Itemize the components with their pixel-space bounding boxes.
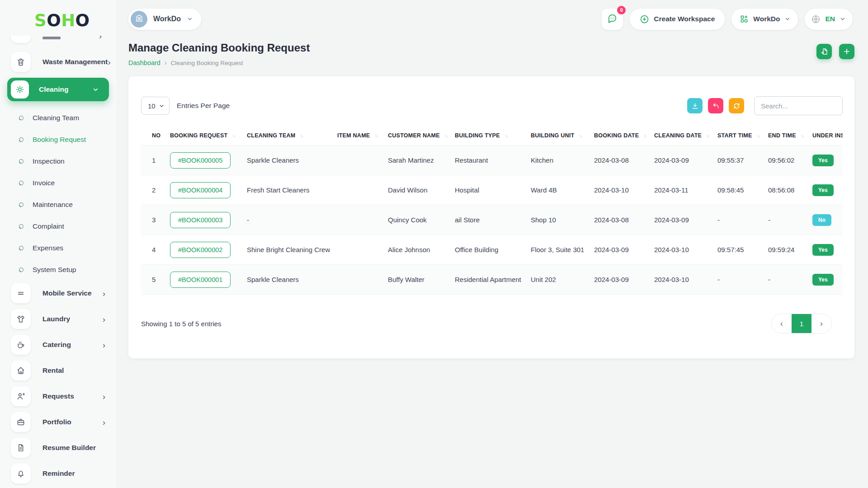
sidebar-item-mobile-service[interactable]: Mobile Service› <box>11 283 109 303</box>
workspace-switcher[interactable]: WorkDo <box>128 9 201 30</box>
sidebar-item-resume-builder[interactable]: Resume Builder <box>11 438 109 458</box>
cell-no: 2 <box>141 175 163 205</box>
cell-building-type: Office Building <box>448 235 524 265</box>
sidebar-item-label: Inspection <box>33 157 65 165</box>
sidebar-item-label: Complaint <box>33 222 64 230</box>
sort-icon: ↑↓ <box>232 133 235 138</box>
booking-request-link[interactable]: #BOOK000001 <box>170 272 231 288</box>
booking-request-link[interactable]: #BOOK000003 <box>170 212 231 228</box>
refresh-button[interactable] <box>729 98 744 113</box>
column-header-label: CLEANING TEAM <box>247 132 295 139</box>
messages-button[interactable]: 0 <box>602 9 623 30</box>
column-header-customer-name[interactable]: CUSTOMER NAME↑↓ <box>381 128 448 145</box>
workdo-menu-label: WorkDo <box>753 15 780 23</box>
sidebar-item-system-setup[interactable]: System Setup <box>0 259 116 281</box>
circle-dot-icon <box>18 115 24 121</box>
language-selector[interactable]: EN <box>805 9 853 30</box>
globe-icon <box>811 14 821 24</box>
logo-letter: S <box>34 11 47 30</box>
sidebar-item-waste-management[interactable]: Waste Management› <box>11 52 109 72</box>
cell-start-time: - <box>710 265 761 295</box>
table-row: 2#BOOK000004Fresh Start CleanersDavid Wi… <box>141 175 843 205</box>
sort-icon: ↑↓ <box>579 133 581 138</box>
sidebar-item-portfolio[interactable]: Portfolio› <box>11 412 109 432</box>
sidebar-item-booking-request[interactable]: Booking Request <box>0 129 116 150</box>
sidebar-item-inspection[interactable]: Inspection <box>0 150 116 172</box>
column-header-item-name[interactable]: ITEM NAME↑↓ <box>330 128 381 145</box>
sidebar-item-complaint[interactable]: Complaint <box>0 216 116 237</box>
column-header-label: BOOKING REQUEST <box>170 132 227 139</box>
file-export-icon <box>820 47 828 56</box>
card-footer: Showing 1 to 5 of 5 entries ‹ 1 › <box>141 314 843 333</box>
grid-plus-icon <box>740 14 749 23</box>
cell-booking-date: 2024-03-09 <box>587 265 647 295</box>
chevron-down-icon <box>187 16 193 22</box>
cell-building-type: Hospital <box>448 175 524 205</box>
booking-request-link[interactable]: #BOOK000005 <box>170 152 231 169</box>
column-header-end-time[interactable]: END TIME↑↓ <box>761 128 805 145</box>
create-workspace-button[interactable]: Create Workspace <box>630 9 725 30</box>
export-button[interactable] <box>816 44 832 59</box>
table-wrap: NOBOOKING REQUEST↑↓CLEANING TEAM↑↓ITEM N… <box>141 128 843 295</box>
reset-button[interactable] <box>708 98 723 113</box>
sidebar-item-cleaning[interactable]: Cleaning <box>7 78 109 101</box>
column-header-building-type[interactable]: BUILDING TYPE↑↓ <box>448 128 524 145</box>
cell-end-time: - <box>761 205 805 235</box>
booking-request-table: NOBOOKING REQUEST↑↓CLEANING TEAM↑↓ITEM N… <box>141 128 843 295</box>
table-row: 5#BOOK000001Sparkle CleanersBuffy Walter… <box>141 265 843 295</box>
cell-no: 1 <box>141 145 163 175</box>
next-page-button[interactable]: › <box>811 314 831 333</box>
column-header-start-time[interactable]: START TIME↑↓ <box>710 128 761 145</box>
column-header-label: BUILDING UNIT <box>531 132 574 139</box>
column-header-building-unit[interactable]: BUILDING UNIT↑↓ <box>524 128 587 145</box>
prev-page-button[interactable]: ‹ <box>772 314 792 333</box>
cell-booking-request: #BOOK000004 <box>163 175 240 205</box>
sort-icon: ↑↓ <box>300 133 302 138</box>
logo-letter: O <box>47 11 61 30</box>
column-header-under-inspection[interactable]: UNDER INSPECTION↑↓ <box>805 128 843 145</box>
entries-per-page-select[interactable]: 10 <box>141 97 170 115</box>
download-icon <box>691 102 699 110</box>
sidebar: SOHO › Waste Management›CleaningCleaning… <box>0 0 116 488</box>
chevron-right-icon: › <box>103 392 105 401</box>
home-icon <box>11 361 31 380</box>
workdo-menu-button[interactable]: WorkDo <box>731 9 798 30</box>
download-button[interactable] <box>687 98 703 113</box>
current-page[interactable]: 1 <box>792 314 811 333</box>
sidebar-item-label: Resume Builder <box>42 444 109 452</box>
sidebar-item-expenses[interactable]: Expenses <box>0 237 116 259</box>
sidebar-item-partial[interactable]: › <box>0 36 116 46</box>
sidebar-nav: › Waste Management›CleaningCleaning Team… <box>0 35 116 488</box>
bell-icon <box>11 464 31 483</box>
sidebar-item-label: Reminder <box>42 469 109 478</box>
cell-customer-name: Alice Johnson <box>381 235 448 265</box>
sort-icon: ↑↓ <box>643 133 646 138</box>
add-button[interactable] <box>839 44 854 59</box>
search-input[interactable] <box>754 96 843 115</box>
column-header-cleaning-team[interactable]: CLEANING TEAM↑↓ <box>240 128 330 145</box>
sidebar-item-rental[interactable]: Rental <box>11 361 109 380</box>
plus-circle-icon <box>640 14 649 24</box>
column-header-label: ITEM NAME <box>337 132 370 139</box>
chevron-right-icon: › <box>103 418 105 427</box>
sidebar-item-requests[interactable]: Requests› <box>11 386 109 406</box>
lines-icon <box>11 283 31 303</box>
column-header-label: START TIME <box>717 132 752 139</box>
sidebar-item-maintenance[interactable]: Maintenance <box>0 194 116 216</box>
booking-request-link[interactable]: #BOOK000002 <box>170 242 231 258</box>
sidebar-item-invoice[interactable]: Invoice <box>0 172 116 194</box>
booking-request-link[interactable]: #BOOK000004 <box>170 182 231 198</box>
breadcrumb-dashboard-link[interactable]: Dashboard <box>128 59 160 66</box>
sidebar-item-catering[interactable]: Catering› <box>11 335 109 355</box>
sidebar-item-laundry[interactable]: Laundry› <box>11 309 109 329</box>
column-header-booking-request[interactable]: BOOKING REQUEST↑↓ <box>163 128 240 145</box>
circle-dot-icon <box>18 180 24 186</box>
column-header-label: BUILDING TYPE <box>455 132 500 139</box>
column-header-label: CLEANING DATE <box>654 132 702 139</box>
sidebar-item-cleaning-team[interactable]: Cleaning Team <box>0 107 116 129</box>
column-header-booking-date[interactable]: BOOKING DATE↑↓ <box>587 128 647 145</box>
sidebar-item-reminder[interactable]: Reminder <box>11 464 109 483</box>
cell-end-time: 09:56:02 <box>761 145 805 175</box>
chevron-right-icon: › <box>103 341 105 349</box>
column-header-cleaning-date[interactable]: CLEANING DATE↑↓ <box>647 128 710 145</box>
